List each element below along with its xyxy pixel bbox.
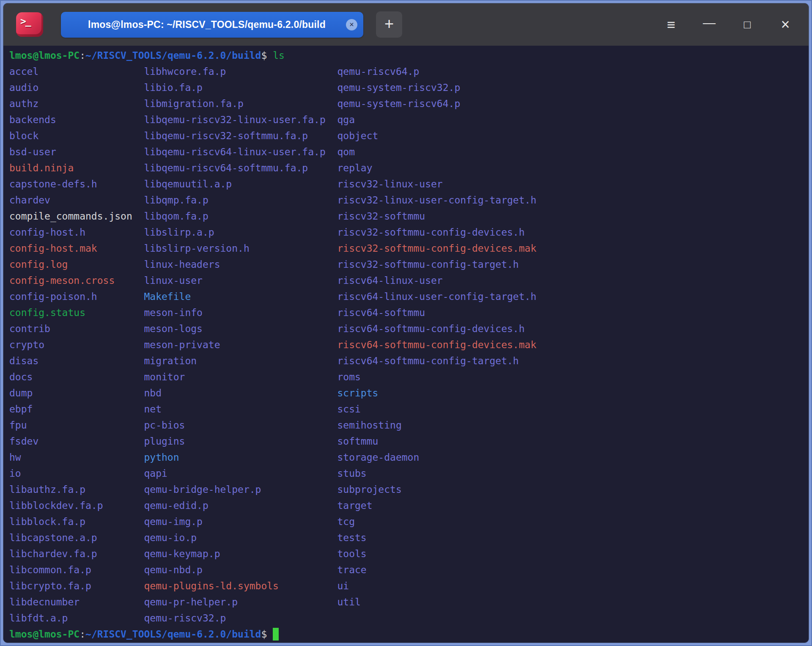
prompt-segment: $: [261, 50, 273, 61]
prompt-segment: $: [261, 629, 273, 640]
file-entry: bsd-user: [9, 144, 144, 160]
file-entry: qemu-pr-helper.p: [144, 594, 337, 610]
file-entry: libblock.fa.p: [9, 514, 144, 530]
file-entry: qga: [337, 112, 809, 128]
file-entry: config-poison.h: [9, 289, 144, 305]
file-entry: target: [337, 498, 809, 514]
file-entry: libdecnumber: [9, 594, 144, 610]
file-entry: riscv64-softmmu-config-devices.mak: [337, 337, 809, 353]
file-entry: config-host.h: [9, 224, 144, 240]
prompt-segment: lmos@lmos-PC: [9, 629, 80, 640]
file-entry: libio.fa.p: [144, 80, 337, 96]
file-entry: libqmp.fa.p: [144, 192, 337, 208]
file-entry: authz: [9, 96, 144, 112]
file-entry: libslirp-version.h: [144, 240, 337, 256]
prompt-glyph-icon: >_: [20, 16, 30, 26]
file-entry: libfdt.a.p: [9, 610, 144, 626]
prompt-line-current: lmos@lmos-PC:~/RISCV_TOOLS/qemu-6.2.0/bu…: [9, 626, 809, 642]
file-entry: fsdev: [9, 433, 144, 449]
file-entry: io: [9, 465, 144, 481]
file-entry: qemu-edid.p: [144, 498, 337, 514]
file-entry: block: [9, 128, 144, 144]
file-entry: build.ninja: [9, 160, 144, 176]
file-entry: contrib: [9, 321, 144, 337]
file-entry: fpu: [9, 417, 144, 433]
titlebar: >_ lmos@lmos-PC: ~/RISCV_TOOLS/qemu-6.2.…: [3, 3, 809, 46]
file-entry: libqemu-riscv32-linux-user.fa.p: [144, 112, 337, 128]
maximize-icon[interactable]: □: [737, 14, 758, 35]
file-entry: config.status: [9, 305, 144, 321]
file-entry: backends: [9, 112, 144, 128]
file-entry: libmigration.fa.p: [144, 96, 337, 112]
file-entry: tests: [337, 530, 809, 546]
prompt-segment: ~/RISCV_TOOLS/qemu-6.2.0/build: [85, 50, 261, 61]
file-entry: riscv64-softmmu-config-target.h: [337, 353, 809, 369]
prompt-segment: lmos@lmos-PC: [9, 50, 80, 61]
new-tab-button[interactable]: +: [376, 11, 402, 38]
file-entry: linux-headers: [144, 256, 337, 272]
file-entry: crypto: [9, 337, 144, 353]
file-entry: qemu-system-riscv32.p: [337, 80, 809, 96]
tab-active[interactable]: lmos@lmos-PC: ~/RISCV_TOOLS/qemu-6.2.0/b…: [61, 12, 363, 38]
file-entry: audio: [9, 80, 144, 96]
file-entry: libqemuutil.a.p: [144, 176, 337, 192]
file-entry: chardev: [9, 192, 144, 208]
file-entry: util: [337, 594, 809, 610]
file-entry: storage-daemon: [337, 449, 809, 465]
file-entry: riscv32-softmmu-config-devices.mak: [337, 240, 809, 256]
file-entry: Makefile: [144, 289, 337, 305]
close-icon[interactable]: ×: [775, 14, 796, 35]
minimize-icon[interactable]: —: [699, 14, 720, 35]
prompt-segment: :: [80, 629, 85, 640]
file-entry: libqemu-riscv64-softmmu.fa.p: [144, 160, 337, 176]
file-entry: capstone-defs.h: [9, 176, 144, 192]
file-entry: riscv32-linux-user: [337, 176, 809, 192]
file-entry: meson-info: [144, 305, 337, 321]
file-entry: libauthz.fa.p: [9, 481, 144, 498]
command-text: ls: [273, 50, 285, 61]
file-entry: nbd: [144, 385, 337, 401]
file-entry: riscv32-softmmu-config-devices.h: [337, 224, 809, 240]
file-column-2: libhwcore.fa.plibio.fa.plibmigration.fa.…: [144, 63, 337, 626]
file-entry: libcapstone.a.p: [9, 530, 144, 546]
prompt-segment: ~/RISCV_TOOLS/qemu-6.2.0/build: [85, 629, 261, 640]
file-entry: config.log: [9, 256, 144, 272]
file-entry: riscv64-softmmu-config-devices.h: [337, 321, 809, 337]
file-entry: libcommon.fa.p: [9, 562, 144, 578]
file-entry: accel: [9, 63, 144, 80]
file-entry: ui: [337, 578, 809, 594]
file-entry: stubs: [337, 465, 809, 481]
file-entry: pc-bios: [144, 417, 337, 433]
file-entry: linux-user: [144, 272, 337, 289]
file-entry: riscv32-softmmu-config-target.h: [337, 256, 809, 272]
file-entry: riscv64-linux-user-config-target.h: [337, 289, 809, 305]
terminal-window: >_ lmos@lmos-PC: ~/RISCV_TOOLS/qemu-6.2.…: [3, 3, 809, 643]
file-entry: hw: [9, 449, 144, 465]
file-entry: dump: [9, 385, 144, 401]
file-entry: riscv64-softmmu: [337, 305, 809, 321]
file-entry: config-host.mak: [9, 240, 144, 256]
file-entry: qapi: [144, 465, 337, 481]
file-entry: plugins: [144, 433, 337, 449]
file-entry: roms: [337, 369, 809, 385]
file-entry: scripts: [337, 385, 809, 401]
file-entry: ebpf: [9, 401, 144, 417]
tab-close-icon[interactable]: ×: [346, 19, 357, 30]
file-entry: libcrypto.fa.p: [9, 578, 144, 594]
file-entry: scsi: [337, 401, 809, 417]
file-entry: qemu-keymap.p: [144, 546, 337, 562]
tab-title: lmos@lmos-PC: ~/RISCV_TOOLS/qemu-6.2.0/b…: [72, 19, 342, 30]
file-entry: softmmu: [337, 433, 809, 449]
desktop: { "window": { "app_icon_glyph": ">_", "t…: [0, 0, 812, 646]
file-entry: compile_commands.json: [9, 208, 144, 224]
file-entry: qom: [337, 144, 809, 160]
terminal-content[interactable]: lmos@lmos-PC:~/RISCV_TOOLS/qemu-6.2.0/bu…: [3, 46, 809, 643]
file-entry: riscv32-softmmu: [337, 208, 809, 224]
file-entry: qemu-io.p: [144, 530, 337, 546]
menu-icon[interactable]: ≡: [661, 14, 682, 35]
file-entry: libchardev.fa.p: [9, 546, 144, 562]
file-entry: disas: [9, 353, 144, 369]
file-entry: monitor: [144, 369, 337, 385]
file-entry: libqemu-riscv32-softmmu.fa.p: [144, 128, 337, 144]
file-entry: subprojects: [337, 481, 809, 498]
